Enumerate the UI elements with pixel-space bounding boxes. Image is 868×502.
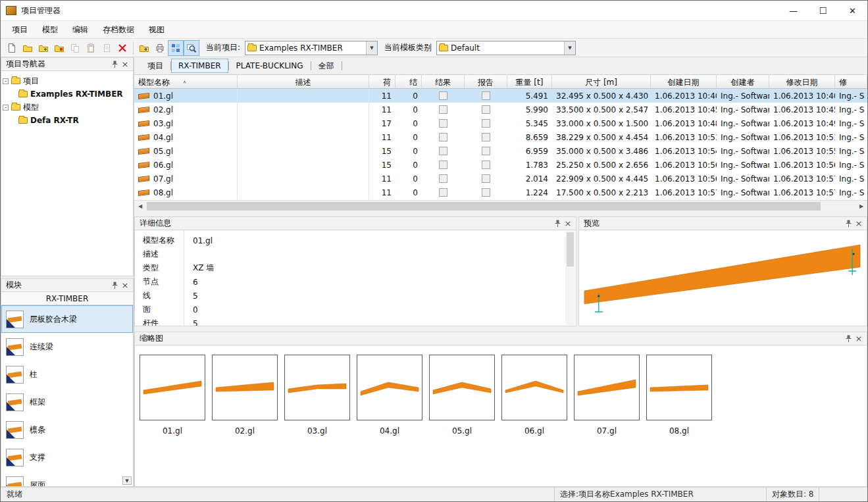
thumbnail-item[interactable]: 03.gl xyxy=(284,355,350,436)
duplicate-button[interactable] xyxy=(99,40,115,56)
tiles-view-toggle[interactable] xyxy=(168,40,184,56)
template-category-combo[interactable]: Default ▼ xyxy=(436,41,576,55)
thumbnail-item[interactable]: 08.gl xyxy=(646,355,712,436)
results-checkbox[interactable] xyxy=(439,91,447,100)
tree-node-default-template[interactable]: Defa RX-TR xyxy=(3,114,132,127)
menu-item-model[interactable]: 模型 xyxy=(35,22,65,38)
preview-viewport[interactable] xyxy=(578,230,867,326)
modules-scroll-down-button[interactable]: ▼ xyxy=(122,476,132,485)
report-checkbox[interactable] xyxy=(482,174,490,183)
column-header-results[interactable]: 结果 xyxy=(422,75,465,88)
module-item-purlin[interactable]: 檩条 xyxy=(1,416,133,443)
delete-button[interactable] xyxy=(115,40,130,56)
tree-node-project[interactable]: - 项目 xyxy=(3,74,132,88)
minimize-button[interactable]: — xyxy=(779,1,808,20)
module-item-brace[interactable]: 支撑 xyxy=(1,443,133,471)
results-checkbox[interactable] xyxy=(439,174,447,183)
close-button[interactable]: ✕ xyxy=(838,1,867,20)
menu-item-archive-data[interactable]: 存档数据 xyxy=(95,22,141,38)
scrollbar-track[interactable] xyxy=(821,202,855,211)
connect-folder-button[interactable] xyxy=(36,40,51,56)
table-row[interactable]: 02.gl 11 0 5.990 33.500 x 0.500 x 2.547 … xyxy=(134,103,867,116)
table-row[interactable]: 03.gl 17 0 5.345 33.000 x 0.500 x 1.500 … xyxy=(134,116,867,130)
column-header-weight[interactable]: 重量 [t] xyxy=(507,75,552,88)
horizontal-splitter[interactable] xyxy=(134,326,867,332)
table-row[interactable]: 04.gl 11 0 8.659 38.229 x 0.500 x 4.454 … xyxy=(134,130,867,144)
column-header-description[interactable]: 描述 xyxy=(238,75,369,88)
combo-dropdown-arrow-icon[interactable]: ▼ xyxy=(564,41,575,55)
import-folder-button[interactable] xyxy=(136,40,152,56)
results-checkbox[interactable] xyxy=(439,188,447,197)
report-checkbox[interactable] xyxy=(482,161,490,169)
results-checkbox[interactable] xyxy=(439,119,447,128)
close-panel-icon[interactable]: × xyxy=(120,59,130,70)
report-checkbox[interactable] xyxy=(482,188,490,197)
open-project-button[interactable] xyxy=(20,40,36,56)
column-header-size[interactable]: 尺寸 [m] xyxy=(552,75,651,88)
results-checkbox[interactable] xyxy=(439,161,447,169)
tree-expander-icon[interactable]: - xyxy=(3,105,9,111)
vertical-scrollbar[interactable] xyxy=(565,231,575,325)
thumbnail-item[interactable]: 01.gl xyxy=(140,355,205,436)
table-row[interactable]: 08.gl 11 0 1.224 17.500 x 0.500 x 2.213 … xyxy=(134,186,867,199)
preview-search-toggle[interactable] xyxy=(184,40,199,56)
modules-group-header[interactable]: RX-TIMBER xyxy=(1,292,133,305)
report-checkbox[interactable] xyxy=(482,147,490,155)
pin-icon[interactable] xyxy=(843,218,854,229)
menu-item-project[interactable]: 项目 xyxy=(5,22,35,38)
menu-item-view[interactable]: 视图 xyxy=(141,22,172,38)
module-item-frame[interactable]: 框架 xyxy=(1,388,133,416)
thumbnail-item[interactable]: 04.gl xyxy=(357,355,422,436)
column-header-report[interactable]: 报告 xyxy=(465,75,507,88)
report-checkbox[interactable] xyxy=(482,133,490,141)
module-item-column[interactable]: 柱 xyxy=(1,361,133,388)
report-checkbox[interactable] xyxy=(482,119,490,128)
close-panel-icon[interactable]: × xyxy=(854,334,864,344)
pin-icon[interactable] xyxy=(109,280,120,291)
thumbnail-item[interactable]: 02.gl xyxy=(212,355,278,436)
column-header-creator[interactable]: 创建者 xyxy=(717,75,769,88)
thumbnail-item[interactable]: 05.gl xyxy=(429,355,495,436)
pin-icon[interactable] xyxy=(109,59,120,70)
column-header-load[interactable]: 荷 xyxy=(369,75,396,88)
column-header-result[interactable]: 结 xyxy=(396,75,422,88)
tab-all[interactable]: 全部 xyxy=(311,58,342,74)
table-row[interactable]: 07.gl 11 0 2.014 22.909 x 0.500 x 4.445 … xyxy=(134,172,867,186)
thumbnail-item[interactable]: 06.gl xyxy=(501,355,567,436)
report-checkbox[interactable] xyxy=(482,91,490,100)
results-checkbox[interactable] xyxy=(439,105,447,114)
results-checkbox[interactable] xyxy=(439,133,447,141)
tab-rx-timber[interactable]: RX-TIMBER xyxy=(171,59,228,73)
column-header-modified[interactable]: 修改日期 xyxy=(769,75,835,88)
scrollbar-thumb[interactable] xyxy=(567,232,574,266)
current-project-combo[interactable]: Examples RX-TIMBER ▼ xyxy=(245,41,378,55)
pin-icon[interactable] xyxy=(843,334,854,344)
tab-plate-buckling[interactable]: PLATE-BUCKLING xyxy=(229,59,311,73)
report-checkbox[interactable] xyxy=(482,105,490,114)
scroll-right-arrow-icon[interactable]: ▶ xyxy=(855,201,867,212)
column-header-modifier[interactable]: 修 xyxy=(835,75,867,88)
copy-button[interactable] xyxy=(67,40,83,56)
close-panel-icon[interactable]: × xyxy=(563,218,573,229)
module-item-continuous-beam[interactable]: 连续梁 xyxy=(1,333,133,361)
maximize-button[interactable]: ☐ xyxy=(808,1,838,20)
column-header-name[interactable]: 模型名称＾ xyxy=(134,75,238,88)
tree-node-examples-rx-timber[interactable]: Examples RX-TIMBER xyxy=(3,88,132,101)
archive-folder-button[interactable] xyxy=(51,40,67,56)
table-row[interactable]: 06.gl 15 0 1.783 25.250 x 0.500 x 2.656 … xyxy=(134,158,867,172)
combo-dropdown-arrow-icon[interactable]: ▼ xyxy=(366,41,377,55)
close-panel-icon[interactable]: × xyxy=(854,218,864,229)
tree-expander-icon[interactable]: - xyxy=(3,78,9,84)
print-button[interactable] xyxy=(152,40,168,56)
menu-item-edit[interactable]: 编辑 xyxy=(65,22,95,38)
module-item-glulam-beam[interactable]: 层板胶合木梁 xyxy=(1,305,133,333)
horizontal-scrollbar[interactable]: ◀ ▶ xyxy=(134,200,867,211)
thumbnail-item[interactable]: 07.gl xyxy=(574,355,640,436)
tree-node-model[interactable]: - 模型 xyxy=(3,101,132,114)
close-panel-icon[interactable]: × xyxy=(120,280,130,291)
pin-icon[interactable] xyxy=(552,218,563,229)
column-header-created[interactable]: 创建日期 xyxy=(651,75,717,88)
new-project-button[interactable] xyxy=(4,40,20,56)
tab-project[interactable]: 项目 xyxy=(140,58,170,74)
table-row[interactable]: 05.gl 15 0 6.959 35.000 x 0.500 x 3.486 … xyxy=(134,144,867,158)
